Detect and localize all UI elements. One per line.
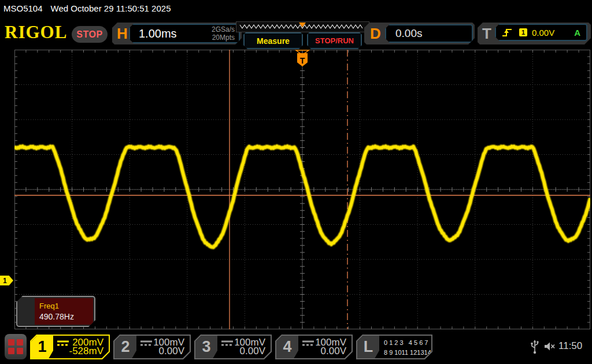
measurement-name: Freq1 [39, 302, 59, 310]
memory-overview-strip[interactable] [236, 21, 369, 32]
channel-2-offset: 0.00V [159, 346, 184, 357]
measurement-value: 490.78Hz [39, 312, 74, 321]
channel-4-box[interactable]: 4 100mV 0.00V [275, 335, 353, 359]
menu-grid-button[interactable] [5, 334, 27, 359]
titlebar: MSO5104Wed October 29 11:50:51 2025 [3, 3, 171, 13]
dc-coupling-icon [302, 340, 315, 346]
channel-2-number: 2 [114, 336, 136, 358]
logic-channels-box[interactable]: L 0 1 2 3 4 5 6 7 8 9 1011 12131415 [356, 335, 432, 359]
trigger-level: 0.00V [532, 28, 554, 38]
horizontal-label: H [117, 23, 128, 44]
trigger-label: T [482, 23, 491, 44]
dc-coupling-icon [140, 340, 153, 346]
channel-1-offset: -528mV [69, 346, 103, 357]
delay-value: 0.00s [395, 25, 422, 42]
delay-panel[interactable]: D 0.00s [364, 23, 475, 44]
usb-icon [530, 339, 539, 354]
memory-depth: 20Mpts [212, 34, 235, 42]
rising-edge-icon [502, 28, 512, 37]
rigol-logo: RIGOL [5, 22, 67, 43]
trigger-source-badge: 1 [519, 28, 527, 36]
oscilloscope-screen: MSO5104Wed October 29 11:50:51 2025 RIGO… [0, 0, 592, 364]
clock: 11:50 [558, 340, 582, 352]
waveform-display[interactable]: T [14, 50, 590, 329]
run-state-badge: STOP [72, 26, 108, 43]
logic-label: L [357, 336, 379, 358]
dc-coupling-icon [221, 340, 234, 346]
channel-2-box[interactable]: 2 100mV 0.00V [113, 335, 191, 359]
stop-run-button[interactable]: STOP/RUN [307, 32, 362, 49]
dc-coupling-icon [57, 340, 70, 346]
speaker-muted-icon [544, 341, 556, 352]
channel-1-box[interactable]: 1 200mV -528mV [30, 335, 110, 359]
horizontal-panel[interactable]: H 1.00ms 2GSa/s 20Mpts [112, 23, 242, 44]
channel-1-ground-marker[interactable]: 1 [0, 276, 13, 285]
channel-3-offset: 0.00V [240, 346, 265, 357]
delay-label: D [370, 23, 381, 44]
measure-button[interactable]: Measure [243, 32, 303, 49]
measurement-item-freq1[interactable]: Freq1 490.78Hz [16, 296, 95, 327]
svg-text:T: T [300, 56, 305, 65]
timebase-value: 1.00ms [139, 25, 177, 42]
memory-waveform-icon [236, 22, 368, 31]
channel-4-number: 4 [276, 336, 298, 358]
sample-rate: 2GSa/s [212, 25, 235, 34]
channel-1-number: 1 [31, 336, 53, 358]
channel-3-number: 3 [195, 336, 217, 358]
model-name: MSO5104 [3, 3, 43, 13]
channel-4-offset: 0.00V [321, 346, 346, 357]
trigger-panel[interactable]: T 1 0.00V A [478, 23, 591, 44]
grid-icon [8, 339, 23, 354]
channel-3-box[interactable]: 3 100mV 0.00V [194, 335, 272, 359]
datetime: Wed October 29 11:50:51 2025 [51, 3, 171, 13]
logic-row-1: 0 1 2 3 4 5 6 7 [384, 338, 438, 348]
trigger-sweep-mode: A [574, 28, 580, 38]
